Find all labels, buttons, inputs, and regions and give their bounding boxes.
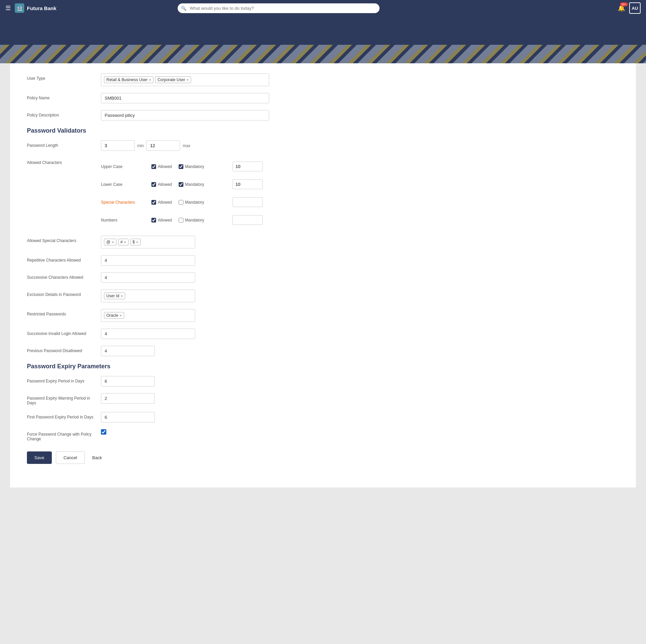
restricted-passwords-input[interactable]: Oracle × [101, 309, 195, 322]
validators-section-title: Password Validators [27, 127, 619, 134]
policy-name-label: Policy Name [27, 93, 94, 100]
policy-desc-label: Policy Description [27, 110, 94, 117]
exclusion-tag-userid: User Id × [104, 293, 125, 299]
expiry-warning-row: Password Expiry Warning Period in Days [27, 393, 619, 405]
remove-retail-user-button[interactable]: × [149, 78, 151, 82]
numbers-label: Numbers [101, 218, 145, 223]
lowercase-allowed-checkbox[interactable] [151, 182, 156, 187]
force-change-checkbox[interactable] [101, 429, 106, 435]
mandatory-text-uppercase: Mandatory [185, 164, 204, 169]
remove-at-button[interactable]: × [112, 240, 114, 244]
remove-oracle-button[interactable]: × [119, 313, 121, 317]
special-chars-label[interactable]: Special Characters [101, 200, 145, 205]
max-label: max [183, 143, 190, 148]
successive-login-label: Successive Invalid Login Allowed [27, 329, 94, 336]
uppercase-allowed-checkbox-label[interactable]: Allowed [151, 161, 172, 172]
search-input[interactable] [178, 3, 380, 13]
exclusion-input[interactable]: User Id × [101, 290, 195, 302]
mandatory-text-special: Mandatory [185, 200, 204, 205]
policy-desc-row: Policy Description [27, 110, 619, 121]
restricted-tag-oracle: Oracle × [104, 312, 124, 319]
uppercase-count-input[interactable] [232, 162, 263, 171]
expiry-section-title: Password Expiry Parameters [27, 363, 619, 370]
repetitive-chars-label: Repetitive Characters Allowed [27, 255, 94, 263]
user-type-tag-corporate: Corporate User × [155, 76, 191, 83]
allowed-special-chars-row: Allowed Special Characters @ × # × $ × [27, 236, 619, 248]
min-label: min [137, 143, 144, 148]
successive-chars-input[interactable] [101, 272, 195, 283]
allowed-text-lowercase: Allowed [158, 182, 172, 187]
expiry-warning-field [101, 393, 269, 404]
numbers-allowed-checkbox-label[interactable]: Allowed [151, 214, 172, 226]
remove-hash-button[interactable]: × [124, 240, 126, 244]
allowed-text-numbers: Allowed [158, 218, 172, 223]
expiry-period-label: Password Expiry Period in Days [27, 376, 94, 383]
numbers-mandatory-checkbox[interactable] [179, 218, 183, 223]
prev-password-input[interactable] [101, 346, 155, 356]
uppercase-label: Upper Case [101, 164, 145, 169]
expiry-period-field [101, 376, 269, 386]
prev-password-label: Previous Password Disallowed [27, 346, 94, 353]
notification-bell[interactable]: 🔔 99+ [618, 4, 625, 12]
allowed-chars-field: Upper Case Allowed Mandatory Lower Case [101, 158, 619, 229]
first-expiry-field [101, 412, 269, 422]
special-char-tag-at: @ × [104, 239, 116, 245]
uppercase-mandatory-checkbox-label[interactable]: Mandatory [179, 161, 226, 172]
policy-desc-input[interactable] [101, 110, 269, 121]
uppercase-allowed-checkbox[interactable] [151, 164, 156, 169]
special-allowed-checkbox[interactable] [151, 200, 156, 205]
special-mandatory-checkbox-label[interactable]: Mandatory [179, 197, 226, 208]
user-type-input[interactable]: Retail & Business User × Corporate User … [101, 73, 269, 86]
lowercase-count-input[interactable] [232, 179, 263, 189]
force-change-field [101, 429, 269, 436]
special-chars-input[interactable]: @ × # × $ × [101, 236, 195, 248]
uppercase-mandatory-checkbox[interactable] [179, 164, 183, 169]
back-arrow-icon[interactable]: ← [13, 24, 20, 31]
numbers-mandatory-checkbox-label[interactable]: Mandatory [179, 214, 226, 226]
numbers-allowed-checkbox[interactable] [151, 218, 156, 223]
mandatory-text-numbers: Mandatory [185, 218, 204, 223]
first-expiry-label: First Password Expiry Period in Days [27, 412, 94, 419]
numbers-count-input[interactable] [232, 215, 263, 225]
notification-badge: 99+ [620, 2, 628, 6]
password-length-max-input[interactable] [146, 140, 180, 151]
restricted-passwords-label: Restricted Passwords [27, 309, 94, 316]
numbers-row: Numbers Allowed Mandatory [101, 211, 619, 229]
save-button[interactable]: Save [27, 451, 52, 464]
policy-name-input[interactable] [101, 93, 269, 103]
user-avatar[interactable]: AU [629, 2, 641, 14]
lowercase-mandatory-checkbox-label[interactable]: Mandatory [179, 179, 226, 190]
repetitive-chars-field [101, 255, 269, 266]
lowercase-allowed-checkbox-label[interactable]: Allowed [151, 179, 172, 190]
repetitive-chars-row: Repetitive Characters Allowed [27, 255, 619, 266]
hamburger-icon[interactable]: ☰ [5, 4, 11, 12]
special-count-input[interactable] [232, 197, 263, 207]
policy-name-field [101, 93, 269, 103]
remove-dollar-button[interactable]: × [136, 240, 138, 244]
successive-chars-label: Successive Characters Allowed [27, 272, 94, 280]
cancel-button[interactable]: Cancel [56, 451, 85, 464]
force-change-label: Force Password Change with Policy Change [27, 429, 94, 441]
force-change-row: Force Password Change with Policy Change [27, 429, 619, 441]
remove-userid-button[interactable]: × [121, 294, 123, 298]
page-title: Password Policy Maintenance [13, 33, 633, 41]
remove-corporate-user-button[interactable]: × [186, 78, 188, 82]
back-button[interactable]: Back [89, 451, 105, 464]
successive-login-row: Successive Invalid Login Allowed [27, 329, 619, 339]
password-length-min-input[interactable] [101, 140, 135, 151]
expiry-period-row: Password Expiry Period in Days [27, 376, 619, 386]
repetitive-chars-input[interactable] [101, 255, 195, 266]
prev-password-field [101, 346, 269, 356]
successive-chars-field [101, 272, 269, 283]
expiry-warning-input[interactable] [101, 393, 155, 404]
successive-login-input[interactable] [101, 329, 195, 339]
expiry-period-input[interactable] [101, 376, 155, 386]
restricted-passwords-field: Oracle × [101, 309, 269, 322]
search-bar: 🔍 [178, 3, 380, 13]
first-expiry-input[interactable] [101, 412, 155, 422]
user-type-field: Retail & Business User × Corporate User … [101, 73, 269, 86]
special-allowed-checkbox-label[interactable]: Allowed [151, 197, 172, 208]
lowercase-mandatory-checkbox[interactable] [179, 182, 183, 187]
search-icon: 🔍 [181, 6, 186, 11]
special-mandatory-checkbox[interactable] [179, 200, 183, 205]
